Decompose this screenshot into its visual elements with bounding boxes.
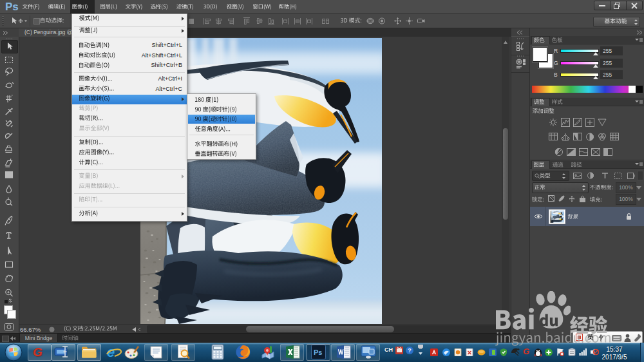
svg-text:?: ? [408,347,412,354]
svg-text:Ps: Ps [314,348,322,356]
